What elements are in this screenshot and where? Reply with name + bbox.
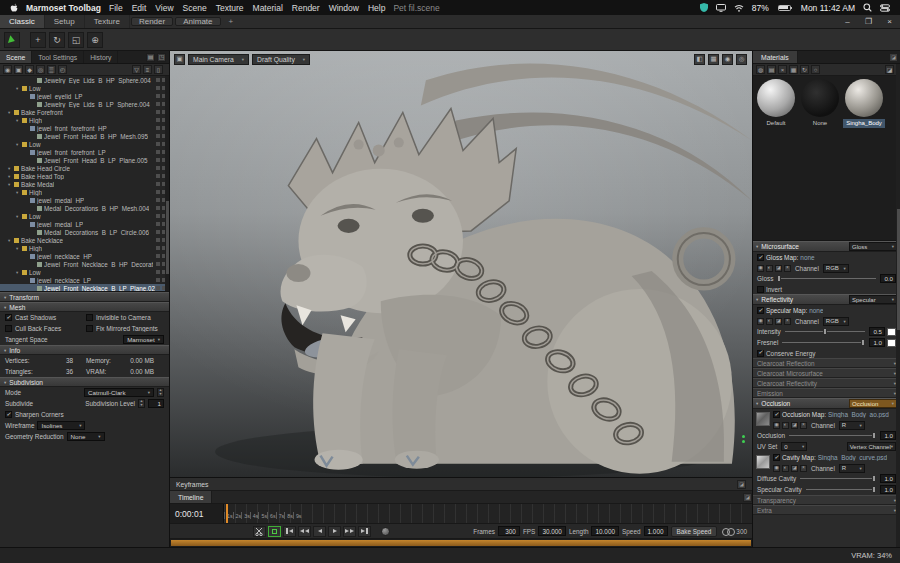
occlusion-header[interactable]: Occlusion Occlusion▾	[753, 398, 900, 409]
map-flip-icon[interactable]	[766, 265, 773, 272]
visibility-icon[interactable]	[156, 174, 160, 178]
menubar-app-name[interactable]: Marmoset Toolbag	[26, 3, 101, 13]
occlusion-map-value[interactable]: Singha_Body_ao.psd	[828, 411, 889, 418]
visibility-icon[interactable]	[156, 206, 160, 210]
move-tool-icon[interactable]: +	[30, 32, 46, 48]
tree-row[interactable]: Low	[0, 140, 169, 148]
keyframes-label[interactable]: Keyframes	[176, 481, 208, 488]
workspace-tab[interactable]: Texture	[85, 15, 130, 28]
spotlight-search-icon[interactable]	[863, 3, 872, 12]
view-mode-icon[interactable]	[789, 65, 798, 74]
menu-item[interactable]: Window	[329, 3, 359, 13]
workspace-tab[interactable]: Animate	[175, 17, 220, 26]
loop-toggle-icon[interactable]	[268, 526, 281, 537]
delete-material-icon[interactable]	[778, 65, 787, 74]
fast-reverse-button[interactable]	[298, 526, 311, 537]
mesh-section-header[interactable]: Mesh	[0, 302, 169, 312]
maximize-button[interactable]: ❐	[858, 15, 879, 28]
tree-row[interactable]: High	[0, 188, 169, 196]
visibility-icon[interactable]	[156, 86, 160, 90]
search-materials-icon[interactable]	[811, 65, 820, 74]
battery-icon[interactable]	[778, 5, 791, 11]
map-clear-icon[interactable]	[800, 422, 807, 429]
gloss-map-checkbox[interactable]	[757, 254, 764, 261]
add-fog-icon[interactable]	[47, 65, 56, 74]
left-panel-tab[interactable]: Scene	[0, 51, 32, 63]
map-clear-icon[interactable]	[800, 465, 807, 472]
map-settings-icon[interactable]	[773, 422, 780, 429]
tree-row[interactable]: Jewel_Front_Necklace_B_LP_Plane.02	[0, 284, 169, 292]
map-edit-icon[interactable]	[791, 465, 798, 472]
workspace-tab[interactable]: Setup	[45, 15, 85, 28]
tree-row[interactable]: jewel_front_forefront_LP	[0, 148, 169, 156]
mode-stepper[interactable]: ▲▼	[157, 388, 164, 397]
edit-material-icon[interactable]	[885, 65, 894, 74]
visibility-icon[interactable]	[156, 102, 160, 106]
map-clear-icon[interactable]	[784, 265, 791, 272]
menu-item[interactable]: Scene	[183, 3, 207, 13]
materials-panel-menu-icon[interactable]: ◪	[889, 53, 898, 62]
material-browser[interactable]: Default None Singha_Body	[753, 76, 900, 241]
speed-field[interactable]: 1.000	[644, 526, 668, 536]
menu-item[interactable]: View	[155, 3, 173, 13]
map-settings-icon[interactable]	[773, 465, 780, 472]
tree-row[interactable]: jewel_necklace_LP	[0, 276, 169, 284]
split-view-icon[interactable]: ◧	[694, 54, 705, 65]
skip-end-button[interactable]	[358, 526, 371, 537]
tree-row[interactable]: jewel_eyelid_LP	[0, 92, 169, 100]
occlusion-map-thumbnail[interactable]	[756, 412, 770, 426]
specular-map-value[interactable]: none	[809, 307, 823, 314]
subdivision-section-header[interactable]: Subdivision	[0, 377, 169, 387]
tree-row[interactable]: Jewel_Front_Necklace_B_HP_Decorat	[0, 260, 169, 268]
new-material-folder-icon[interactable]	[767, 65, 776, 74]
cavity-map-checkbox[interactable]	[773, 454, 780, 461]
reflectivity-mode-dropdown[interactable]: Specular▾	[849, 295, 897, 304]
visibility-icon[interactable]	[156, 246, 160, 250]
tree-row[interactable]: jewel_medal_HP	[0, 196, 169, 204]
diffuse-cavity-slider[interactable]	[800, 475, 876, 483]
frames-field[interactable]: 300	[498, 526, 520, 536]
new-workspace-tab-button[interactable]: +	[222, 15, 241, 28]
fresnel-color-swatch[interactable]	[887, 339, 896, 347]
refresh-materials-icon[interactable]	[800, 65, 809, 74]
gloss-value[interactable]: 0.0	[880, 274, 896, 283]
viewport-options-icon[interactable]: ◉	[722, 54, 733, 65]
reflectivity-header[interactable]: Reflectivity Specular▾	[753, 294, 900, 305]
gloss-channel-dropdown[interactable]: RGB▾	[823, 264, 849, 273]
specular-map-checkbox[interactable]	[757, 307, 764, 314]
map-clear-icon[interactable]	[784, 318, 791, 325]
visibility-icon[interactable]	[156, 158, 160, 162]
fullscreen-icon[interactable]: ◎	[736, 54, 747, 65]
workspace-tab[interactable]: Render	[131, 17, 173, 26]
occlusion-value[interactable]: 1.0	[880, 431, 896, 440]
subdivision-level-stepper[interactable]: ▲▼	[138, 399, 145, 408]
visibility-icon[interactable]	[156, 118, 160, 122]
intensity-slider[interactable]	[785, 328, 865, 336]
visibility-icon[interactable]	[156, 126, 160, 130]
map-flip-icon[interactable]	[782, 422, 789, 429]
disabled-section-bar[interactable]: Clearcoat Microsurface▾	[753, 368, 900, 378]
play-button[interactable]	[328, 526, 341, 537]
visibility-icon[interactable]	[156, 182, 160, 186]
transform-section-header[interactable]: Transform	[0, 292, 169, 302]
current-time-display[interactable]: 0:00:01	[170, 504, 224, 523]
specular-cavity-value[interactable]: 1.0	[880, 485, 896, 494]
play-reverse-button[interactable]	[313, 526, 326, 537]
visibility-icon[interactable]	[156, 262, 160, 266]
timeline-scrollbar[interactable]	[170, 539, 752, 547]
tree-row[interactable]: Bake Forefront	[0, 108, 169, 116]
map-edit-icon[interactable]	[791, 422, 798, 429]
screen-mirroring-icon[interactable]	[716, 4, 726, 12]
specular-cavity-slider[interactable]	[806, 486, 876, 494]
map-flip-icon[interactable]	[782, 465, 789, 472]
link-icon[interactable]	[722, 528, 733, 535]
uv-set-dropdown[interactable]: 0▾	[781, 442, 807, 451]
minimize-button[interactable]: –	[837, 15, 858, 28]
close-button[interactable]: ×	[879, 15, 900, 28]
specular-channel-dropdown[interactable]: RGB▾	[823, 317, 849, 326]
material-tile[interactable]: Default	[755, 79, 797, 128]
quality-dropdown[interactable]: Draft Quality▾	[252, 54, 310, 65]
intensity-value[interactable]: 0.5	[869, 327, 885, 336]
menubar-clock[interactable]: Mon 11:42 AM	[801, 3, 855, 13]
disabled-section-bar[interactable]: Clearcoat Reflection▾	[753, 358, 900, 368]
